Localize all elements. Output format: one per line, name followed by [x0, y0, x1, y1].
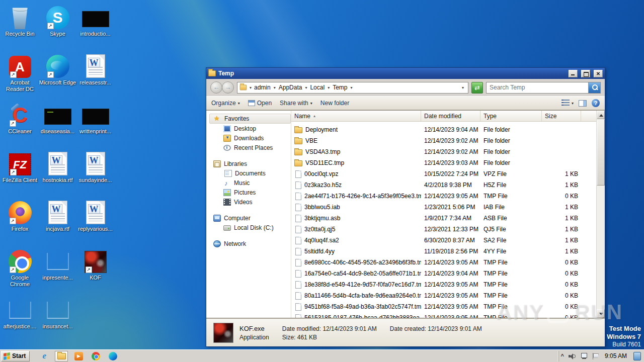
desktop-icon[interactable]: ↗ insurancet... [39, 296, 76, 344]
desktop-icon[interactable]: ↗ releasesstr... [76, 52, 114, 101]
taskbar-clock[interactable]: 9:05 AM [603, 352, 629, 359]
file-type-icon [295, 303, 301, 311]
nav-item[interactable]: Network [209, 239, 291, 248]
desktop-icon[interactable]: ↗ introductio... [76, 3, 114, 52]
back-button[interactable]: ← [210, 81, 222, 94]
nav-item[interactable]: Favorites [209, 114, 291, 124]
desktop-icon[interactable]: ↗ Firefox [1, 198, 39, 247]
breadcrumb-root-caret-icon[interactable]: ▾ [248, 85, 253, 90]
taskbar-chrome-button[interactable] [89, 351, 102, 361]
scrollbar-track[interactable] [597, 119, 605, 309]
desktop-icon[interactable]: ↗ writtenprint... [76, 101, 114, 149]
minimize-button[interactable] [569, 70, 578, 77]
action-center-flag-icon[interactable] [592, 353, 598, 359]
breadcrumb-item[interactable]: admin [253, 84, 278, 91]
scroll-down-icon[interactable] [597, 309, 605, 318]
desktop-icon[interactable]: ↗ Recycle Bin [1, 3, 39, 52]
address-history-caret-icon[interactable]: ▾ [460, 85, 466, 90]
breadcrumb-item[interactable]: AppData [278, 84, 309, 91]
file-row[interactable]: VBE 12/14/2023 9:02 AM File folder [291, 135, 596, 146]
volume-icon[interactable] [569, 353, 576, 359]
file-date-modified: 11/19/2018 2:56 PM [421, 248, 480, 255]
file-row[interactable]: 9451bf68-f5a8-49ad-b36a-3fab02c5747f.tmp… [291, 301, 596, 312]
file-row[interactable]: 3z0tta0j.qj5 12/3/2021 12:33 PM QJ5 File… [291, 224, 596, 235]
network-icon[interactable] [581, 353, 588, 359]
file-row[interactable]: Deployment 12/14/2023 9:04 AM File folde… [291, 124, 596, 135]
file-row[interactable]: 2ae44f71-b176-426e-9c14-a5f3e9f05ee3.tmp… [291, 191, 596, 202]
open-button[interactable]: Open [248, 100, 272, 107]
desktop-icon[interactable]: ↗ KOF [76, 247, 114, 296]
file-row[interactable]: VSD11EC.tmp 12/14/2023 9:03 AM File fold… [291, 157, 596, 168]
file-size: 1 KB [542, 215, 581, 222]
column-header[interactable]: Name [291, 111, 421, 121]
breadcrumb[interactable]: ▾ admin AppData Local [237, 82, 468, 94]
refresh-button[interactable]: ⇄ [471, 82, 483, 94]
nav-item[interactable]: Music [209, 178, 291, 188]
desktop-icon[interactable]: ↗ FileZilla Client [1, 149, 39, 198]
file-row[interactable]: 18e38f8d-e549-412e-9d57-f0fa07ec16d7.tmp… [291, 279, 596, 290]
file-row[interactable]: 16a754e0-ca54-4dc9-8eb2-05a6ffe071b1.tmp… [291, 268, 596, 279]
search-icon[interactable] [588, 82, 600, 93]
nav-item[interactable]: Downloads [209, 133, 291, 143]
column-header[interactable]: Type [480, 111, 542, 121]
desktop-icon[interactable]: ↗ hostnokia.rtf [39, 149, 76, 198]
file-row[interactable]: 5sltidfd.4yy 11/19/2018 2:56 PM 4YY File… [291, 246, 596, 257]
file-row[interactable]: 4q0luq4f.sa2 6/30/2020 8:37 AM SA2 File … [291, 235, 596, 246]
scroll-up-icon[interactable] [597, 111, 605, 119]
desktop-icon[interactable]: ↗ inpresente... [39, 247, 76, 296]
preview-pane-button[interactable] [579, 100, 587, 107]
nav-item[interactable]: Documents [209, 168, 291, 178]
file-row[interactable]: 80a11466-5d4b-4cfa-bafe-9d6eaa9264e0.tmp… [291, 290, 596, 301]
maximize-button[interactable] [581, 70, 590, 77]
nav-item[interactable]: Pictures [209, 188, 291, 197]
column-header[interactable]: Size [542, 111, 581, 121]
new-folder-button[interactable]: New folder [320, 100, 349, 107]
file-row[interactable]: 3bktjqmu.asb 1/9/2017 7:34 AM ASB File 1… [291, 213, 596, 224]
nav-item[interactable]: Recent Places [209, 143, 291, 152]
nav-item[interactable]: Libraries [209, 159, 291, 168]
scrollbar-thumb[interactable] [597, 119, 605, 186]
nav-item[interactable]: Videos [209, 197, 291, 207]
file-row[interactable]: 8e6980cc-406c-4545-9526-a23496b6f3fb.tmp… [291, 257, 596, 268]
desktop-icon[interactable]: ↗ afterjustice.... [1, 296, 39, 344]
search-input[interactable] [487, 84, 588, 91]
nav-item[interactable]: Local Disk (C:) [209, 223, 291, 232]
nav-item[interactable]: Computer [209, 213, 291, 223]
views-button[interactable]: ▾ [561, 100, 574, 107]
vertical-scrollbar[interactable] [596, 111, 605, 318]
help-button[interactable]: ? [592, 99, 600, 107]
desktop-icon[interactable]: ↗ replyvarious... [76, 198, 114, 247]
desktop-icon[interactable]: ↗ diseaseasia... [39, 101, 76, 149]
tray-expand-icon[interactable]: ^ [561, 353, 564, 358]
share-with-button[interactable]: Share with ▾ [280, 100, 312, 107]
desktop-icon[interactable]: ↗ CCleaner [1, 101, 39, 149]
breadcrumb-item[interactable]: Local [309, 84, 332, 91]
file-type: TMP File [480, 281, 542, 288]
show-desktop-button[interactable] [633, 352, 641, 360]
start-button[interactable]: Start [1, 351, 30, 361]
file-row[interactable]: 00ocl0qt.vpz 10/15/2022 7:24 PM VPZ File… [291, 168, 596, 179]
taskbar-explorer-button[interactable] [55, 351, 68, 361]
file-row[interactable]: 0z3kaz3o.h5z 4/2/2018 9:38 PM H5Z File 1… [291, 179, 596, 191]
taskbar-media-player-button[interactable] [72, 351, 85, 361]
close-button[interactable] [594, 70, 603, 77]
file-row[interactable]: VSD4A3.tmp 12/14/2023 9:02 AM File folde… [291, 146, 596, 157]
desktop-icon[interactable]: ↗ Google Chrome [1, 247, 39, 296]
breadcrumb-item[interactable]: Temp [332, 84, 354, 91]
taskbar-edge-button[interactable] [106, 351, 119, 361]
forward-button[interactable]: → [222, 81, 234, 94]
desktop-icon[interactable]: ↗ Microsoft Edge [39, 52, 76, 101]
taskbar-ie-button[interactable]: e [38, 351, 51, 361]
file-row[interactable]: 3bblwou5.iab 1/23/2021 5:06 PM IAB File … [291, 202, 596, 213]
organize-button[interactable]: Organize ▾ [211, 100, 240, 107]
nav-item-label: Downloads [234, 135, 264, 142]
titlebar[interactable]: Temp [206, 68, 605, 79]
desktop-icon[interactable]: ↗ Acrobat Reader DC [1, 52, 39, 101]
desktop-icon[interactable]: ↗ sundayinde... [76, 149, 114, 198]
column-header[interactable]: Date modified [421, 111, 480, 121]
file-row[interactable]: 56153185-0187-476b-bcaa-d762bb3883ea.tmp… [291, 312, 596, 318]
nav-item[interactable]: Desktop [209, 124, 291, 133]
desktop-icon[interactable]: ↗ Skype [39, 3, 76, 52]
column-header[interactable] [581, 111, 596, 121]
desktop-icon[interactable]: ↗ incjava.rtf [39, 198, 76, 247]
